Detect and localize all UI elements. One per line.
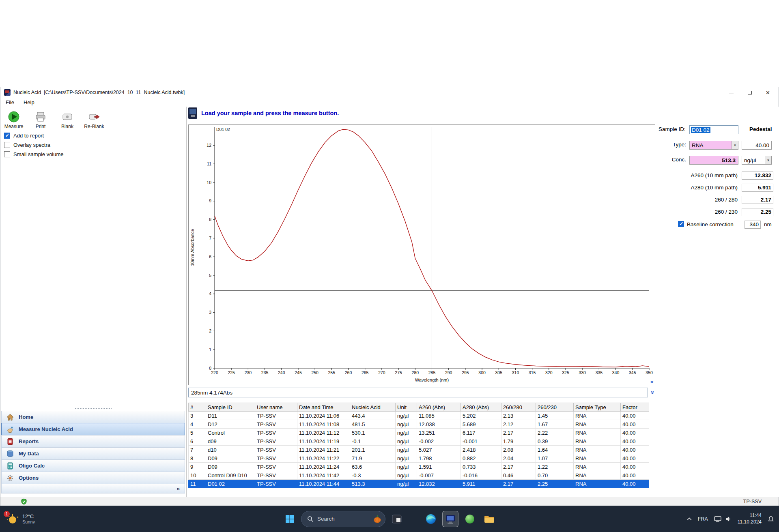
table-row[interactable]: 6d09TP-SSV11.10.2024 11:19-0.1ng/µl-0.00… bbox=[189, 437, 649, 446]
sidebar-item-measure-nucleic-acid[interactable]: Measure Nucleic Acid bbox=[1, 423, 185, 435]
sidebar-item-oligo-calc[interactable]: Oligo Calc bbox=[1, 459, 185, 472]
table-row[interactable]: 8D09TP-SSV11.10.2024 11:2271.9ng/µl1.798… bbox=[189, 454, 649, 463]
reblank-button[interactable]: Re-Blank bbox=[83, 110, 105, 129]
type-dropdown[interactable]: RNA ▼ bbox=[689, 141, 738, 150]
edge-browser-icon[interactable] bbox=[423, 511, 439, 527]
table-header-cell[interactable]: # bbox=[189, 403, 206, 412]
sidebar-item-label: Oligo Calc bbox=[19, 463, 45, 469]
table-row[interactable]: 11D01 02TP-SSV11.10.2024 11:44513.3ng/µl… bbox=[189, 480, 649, 488]
table-header-cell[interactable]: Sample Type bbox=[574, 403, 621, 412]
add-to-report-option[interactable]: Add to report bbox=[4, 133, 64, 139]
svg-text:305: 305 bbox=[495, 370, 503, 375]
sidebar-item-reports[interactable]: Reports bbox=[1, 435, 185, 448]
tray-system-icons[interactable] bbox=[714, 516, 732, 522]
svg-text:345: 345 bbox=[629, 370, 636, 375]
table-header-cell[interactable]: A260 (Abs) bbox=[417, 403, 461, 412]
table-cell: 1.591 bbox=[417, 463, 461, 471]
svg-text:315: 315 bbox=[529, 370, 536, 375]
svg-text:300: 300 bbox=[478, 370, 486, 375]
notification-bell-icon[interactable] bbox=[768, 516, 774, 522]
chevron-down-icon[interactable]: ▼ bbox=[765, 156, 771, 164]
x-axis-ticks: 2202252302352402452502552602652702752802… bbox=[211, 368, 653, 375]
table-header-cell[interactable]: 260/230 bbox=[536, 403, 574, 412]
table-cell: 2.25 bbox=[536, 480, 574, 488]
green-app-icon[interactable] bbox=[462, 511, 478, 527]
ratio-260-230-label: 260 / 230 bbox=[673, 209, 738, 215]
chevrons-collapse-icon[interactable]: « bbox=[650, 378, 654, 384]
results-table[interactable]: #Sample IDUser nameDate and TimeNucleic … bbox=[188, 403, 649, 488]
table-header-cell[interactable]: A280 (Abs) bbox=[461, 403, 501, 412]
add-to-report-checkbox[interactable] bbox=[4, 133, 10, 139]
task-view-icon[interactable] bbox=[389, 511, 405, 527]
taskbar-clock[interactable]: 11:44 11.10.2024 bbox=[738, 513, 762, 525]
menu-help[interactable]: Help bbox=[24, 99, 34, 105]
svg-text:1: 1 bbox=[209, 347, 211, 352]
sidebar-item-my-data[interactable]: My Data bbox=[1, 447, 185, 460]
start-button[interactable] bbox=[282, 511, 298, 527]
table-header-cell[interactable]: Nucleic Acid bbox=[350, 403, 396, 412]
baseline-correction-checkbox[interactable] bbox=[678, 221, 684, 227]
a260-value: 12.832 bbox=[742, 172, 773, 180]
measure-button[interactable]: Measure bbox=[3, 110, 25, 129]
svg-text:6: 6 bbox=[209, 254, 211, 259]
table-cell: Control bbox=[206, 429, 255, 437]
svg-text:275: 275 bbox=[395, 370, 402, 375]
table-row[interactable]: 3D11TP-SSV11.10.2024 11:06443.4ng/µl11.0… bbox=[189, 412, 649, 420]
spectra-chart[interactable]: 2202252302352402452502552602652702752802… bbox=[189, 125, 655, 385]
table-row[interactable]: 10Control D09 D10TP-SSV11.10.2024 11:42-… bbox=[189, 471, 649, 480]
print-button[interactable]: Print bbox=[30, 110, 52, 129]
overlay-spectra-checkbox[interactable] bbox=[4, 142, 10, 148]
small-sample-volume-option[interactable]: Small sample volume bbox=[4, 151, 64, 157]
svg-text:285: 285 bbox=[428, 370, 436, 375]
menu-file[interactable]: File bbox=[6, 99, 14, 105]
nav-expander-button[interactable]: » bbox=[1, 484, 185, 493]
menubar: File Help bbox=[0, 98, 779, 107]
chevron-down-icon[interactable]: ▼ bbox=[732, 141, 738, 149]
blank-button[interactable]: Blank bbox=[56, 110, 78, 129]
maximize-button[interactable] bbox=[740, 87, 759, 98]
svg-text:260: 260 bbox=[345, 370, 352, 375]
svg-text:325: 325 bbox=[562, 370, 569, 375]
minimize-button[interactable] bbox=[722, 87, 740, 98]
table-header-cell[interactable]: Date and Time bbox=[297, 403, 350, 412]
table-row[interactable]: 9D09TP-SSV11.10.2024 11:2463.6ng/µl1.591… bbox=[189, 463, 649, 471]
overlay-spectra-option[interactable]: Overlay spectra bbox=[4, 142, 64, 148]
home-icon bbox=[6, 413, 14, 421]
sample-id-input[interactable]: D01 02 bbox=[689, 125, 738, 134]
table-header-cell[interactable]: User name bbox=[255, 403, 297, 412]
language-indicator[interactable]: FRA bbox=[698, 516, 708, 522]
taskbar-weather-widget[interactable]: 1 12°C Sunny bbox=[6, 506, 35, 532]
table-row[interactable]: 7d10TP-SSV11.10.2024 11:21201.1ng/µl5.02… bbox=[189, 446, 649, 454]
conc-unit-dropdown[interactable]: ng/µl ▼ bbox=[742, 156, 772, 165]
table-cell: ng/µl bbox=[396, 454, 417, 463]
table-header-cell[interactable]: Sample ID bbox=[206, 403, 255, 412]
small-sample-volume-checkbox[interactable] bbox=[4, 151, 10, 157]
file-explorer-icon[interactable] bbox=[481, 511, 497, 527]
table-cell: 6.117 bbox=[461, 429, 501, 437]
table-header-cell[interactable]: Factor bbox=[621, 403, 649, 412]
table-row[interactable]: 4D12TP-SSV11.10.2024 11:08481.5ng/µl12.0… bbox=[189, 420, 649, 429]
factor-field[interactable]: 40.00 bbox=[742, 141, 772, 150]
y-axis-ticks: 0123456789101112 bbox=[207, 143, 215, 371]
left-panel: Measure Print Blank bbox=[0, 107, 187, 497]
table-cell: 201.1 bbox=[350, 446, 396, 454]
taskbar-search[interactable]: Search bbox=[301, 511, 385, 527]
close-button[interactable]: ✕ bbox=[759, 87, 777, 98]
table-cell: -0.1 bbox=[350, 437, 396, 446]
svg-text:10: 10 bbox=[207, 180, 211, 185]
nav-grip[interactable] bbox=[75, 408, 112, 409]
tray-chevron-up-icon[interactable] bbox=[687, 517, 692, 521]
baseline-wavelength-field[interactable]: 340 bbox=[745, 221, 761, 229]
sidebar-item-home[interactable]: Home bbox=[1, 411, 185, 423]
svg-text:0: 0 bbox=[209, 366, 211, 371]
table-cell: 11.10.2024 11:19 bbox=[297, 437, 350, 446]
nucleic-acid-app-icon[interactable] bbox=[442, 511, 458, 527]
table-cell: 12.832 bbox=[417, 480, 461, 488]
table-cell: 5.202 bbox=[461, 412, 501, 420]
table-row[interactable]: 5ControlTP-SSV11.10.2024 11:12530.1ng/µl… bbox=[189, 429, 649, 437]
table-cell: TP-SSV bbox=[255, 446, 297, 454]
taskbar: 1 12°C Sunny Search bbox=[0, 506, 779, 532]
table-header-cell[interactable]: Unit bbox=[396, 403, 417, 412]
sidebar-item-options[interactable]: Options bbox=[1, 472, 185, 484]
table-header-cell[interactable]: 260/280 bbox=[501, 403, 536, 412]
